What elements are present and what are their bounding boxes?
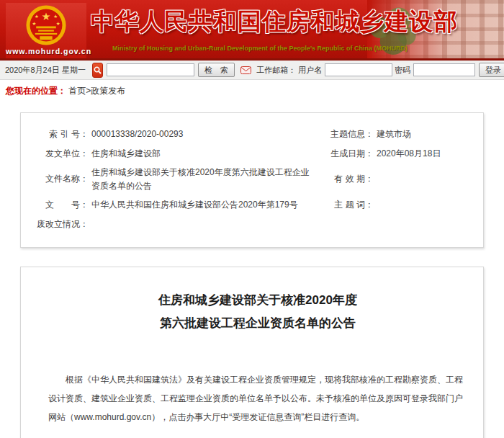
doc-number-value: 中华人民共和国住房和城乡建设部公告2020年第179号 xyxy=(89,195,316,215)
site-title: 中华人民共和国住房和城乡建设部 xyxy=(91,6,429,38)
breadcrumb-path[interactable]: 首页>政策发布 xyxy=(68,86,125,96)
doc-info-row: 文 号： 中华人民共和国住房和城乡建设部公告2020年第179号 主 题 词： xyxy=(27,195,474,215)
national-emblem-icon: ★ ★ ★ ★ ★ xyxy=(6,4,86,46)
svg-text:★: ★ xyxy=(32,21,36,26)
svg-text:★: ★ xyxy=(56,21,60,26)
keywords-label: 主 题 词： xyxy=(316,195,374,215)
repeal-status-value xyxy=(89,215,316,234)
index-number-value: 000013338/2020-00293 xyxy=(89,125,316,144)
svg-text:★: ★ xyxy=(35,14,39,19)
doc-number-label: 文 号： xyxy=(27,195,89,215)
topic-info-label: 主题信息： xyxy=(316,125,374,144)
file-title-label: 文件名称： xyxy=(27,163,89,195)
article-title-line1: 住房和城乡建设部关于核准2020年度 xyxy=(48,289,467,312)
mail-label: 工作邮箱： xyxy=(256,65,296,76)
file-title-value: 住房和城乡建设部关于核准2020年度第六批建设工程企业资质名单的公告 xyxy=(89,163,316,195)
password-label: 密码 xyxy=(395,65,410,76)
created-date-label: 生成日期： xyxy=(316,144,374,164)
svg-text:★: ★ xyxy=(53,14,58,19)
keywords-value xyxy=(374,195,474,215)
doc-info-row: 索 引 号： 000013338/2020-00293 主题信息： 建筑市场 xyxy=(27,125,474,144)
page: ★ ★ ★ ★ ★ www.mohurd.gov.cn 中华人民共和国住房和城乡… xyxy=(0,0,504,438)
site-logo[interactable]: ★ ★ ★ ★ ★ www.mohurd.gov.cn xyxy=(6,3,86,59)
issuing-unit-label: 发文单位： xyxy=(27,144,89,164)
created-date-value: 2020年08月18日 xyxy=(374,144,474,164)
index-number-label: 索 引 号： xyxy=(27,125,89,144)
article-title: 住房和城乡建设部关于核准2020年度 第六批建设工程企业资质名单的公告 xyxy=(48,289,467,336)
login-button[interactable]: 登录 xyxy=(479,63,504,77)
search-input[interactable] xyxy=(107,63,194,76)
site-subtitle: Ministry of Housing and Urban-Rural Deve… xyxy=(91,45,429,52)
search-button[interactable]: 检 索 xyxy=(198,63,235,77)
doc-info-row: 废改立情况： xyxy=(27,215,474,234)
doc-info-row: 发文单位： 住房和城乡建设部 生成日期： 2020年08月18日 xyxy=(27,144,474,164)
doc-info-row: 文件名称： 住房和城乡建设部关于核准2020年度第六批建设工程企业资质名单的公告… xyxy=(27,163,474,195)
password-input[interactable] xyxy=(413,63,475,76)
valid-period-label: 有 效 期： xyxy=(316,163,374,195)
svg-text:★: ★ xyxy=(42,11,51,22)
article-title-line2: 第六批建设工程企业资质名单的公告 xyxy=(48,312,467,335)
username-label: 用户名 xyxy=(298,65,322,76)
breadcrumb-label: 您现在的位置： xyxy=(6,86,66,96)
article-box: 住房和城乡建设部关于核准2020年度 第六批建设工程企业资质名单的公告 根据《中… xyxy=(20,267,484,438)
topic-info-value: 建筑市场 xyxy=(374,125,474,144)
mail-icon xyxy=(240,66,251,74)
valid-period-value xyxy=(374,163,474,195)
doc-info-box: 索 引 号： 000013338/2020-00293 主题信息： 建筑市场 发… xyxy=(20,112,484,248)
header-titles: 中华人民共和国住房和城乡建设部 Ministry of Housing and … xyxy=(91,6,429,52)
current-date: 2020年8月24日 星期一 xyxy=(5,65,86,76)
article-paragraph: 根据《中华人民共和国建筑法》及有关建设工程企业资质管理规定，现将我部核准的工程勘… xyxy=(48,371,467,426)
toolbar: 2020年8月24日 星期一 检 索 工作邮箱： 用户名 密码 登录 xyxy=(0,61,504,80)
username-input[interactable] xyxy=(325,63,392,76)
site-url[interactable]: www.mohurd.gov.cn xyxy=(6,47,86,55)
site-header: ★ ★ ★ ★ ★ www.mohurd.gov.cn 中华人民共和国住房和城乡… xyxy=(0,0,504,61)
breadcrumb: 您现在的位置： 首页>政策发布 xyxy=(0,80,504,102)
issuing-unit-value: 住房和城乡建设部 xyxy=(89,144,316,164)
repeal-status-label: 废改立情况： xyxy=(27,215,89,234)
search-icon[interactable] xyxy=(92,63,103,78)
doc-info-table: 索 引 号： 000013338/2020-00293 主题信息： 建筑市场 发… xyxy=(27,125,474,234)
